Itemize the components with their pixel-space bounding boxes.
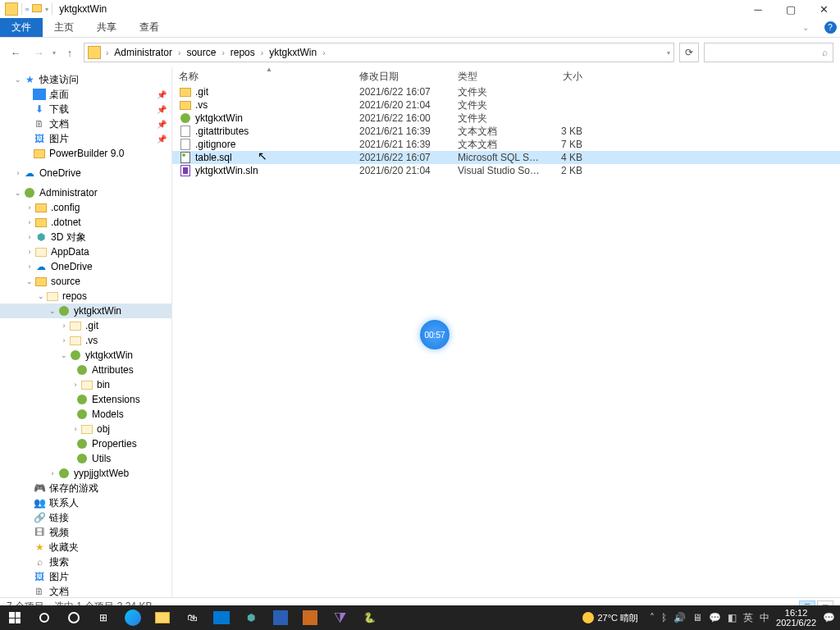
- crumb-admin[interactable]: Administrator: [112, 47, 175, 58]
- refresh-button[interactable]: ⟳: [679, 43, 699, 62]
- nav-3dobjects[interactable]: ›⬢3D 对象: [0, 230, 171, 244]
- tray-ime-mic[interactable]: 英: [743, 611, 753, 625]
- file-row[interactable]: yktgkxtWin.sln2021/6/20 21:04Visual Stud…: [172, 164, 840, 177]
- nav-yktgkxtwin2[interactable]: ⌄yktgkxtWin: [0, 348, 171, 363]
- titlebar: ▫ ▾ yktgkxtWin ─ ▢ ✕: [0, 0, 840, 18]
- tray-app-icon[interactable]: ◧: [728, 612, 737, 623]
- nav-yypjjglxt[interactable]: ›yypjjglxtWeb: [0, 466, 171, 481]
- tray-wechat-icon[interactable]: 💬: [709, 612, 721, 623]
- nav-documents[interactable]: 🗎文档📌: [0, 116, 171, 131]
- ribbon-expand[interactable]: ⌄: [791, 18, 820, 37]
- taskbar-search[interactable]: [30, 605, 59, 630]
- maximize-button[interactable]: ▢: [774, 0, 807, 18]
- nav-vs[interactable]: ›.vs: [0, 333, 171, 348]
- close-button[interactable]: ✕: [807, 0, 840, 18]
- nav-models[interactable]: Models: [0, 407, 171, 422]
- tray-weather[interactable]: 27°C 晴朗: [582, 612, 638, 624]
- nav-repos[interactable]: ⌄repos: [0, 289, 171, 304]
- file-name: .vs: [195, 99, 359, 111]
- taskbar-python[interactable]: 🐍: [354, 605, 384, 630]
- nav-utils[interactable]: Utils: [0, 451, 171, 466]
- nav-properties[interactable]: Properties: [0, 436, 171, 451]
- folder-app-icon: [5, 2, 18, 16]
- nav-onedrive[interactable]: ›☁OneDrive: [0, 166, 171, 180]
- nav-quickaccess[interactable]: ⌄★快速访问: [0, 72, 171, 87]
- crumb-yktgkxtwin[interactable]: yktgkxtWin: [267, 47, 319, 58]
- file-name: yktgkxtWin.sln: [195, 165, 359, 176]
- nav-config[interactable]: ›.config: [0, 200, 171, 215]
- nav-downloads[interactable]: ⬇下载📌: [0, 102, 171, 116]
- navigation-pane[interactable]: ⌄★快速访问 桌面📌 ⬇下载📌 🗎文档📌 🖼图片📌 PowerBuilder 9…: [0, 67, 172, 597]
- nav-bin[interactable]: ›bin: [0, 377, 171, 392]
- taskbar-powerdesigner[interactable]: [266, 605, 295, 630]
- nav-up[interactable]: ↑: [61, 43, 79, 62]
- nav-searches[interactable]: ⌕搜索: [0, 555, 171, 569]
- nav-extensions[interactable]: Extensions: [0, 392, 171, 407]
- taskbar-explorer[interactable]: [148, 605, 177, 630]
- breadcrumb[interactable]: › Administrator› source› repos› yktgkxtW…: [84, 43, 674, 62]
- tray-chevron-up-icon[interactable]: ˄: [650, 612, 655, 623]
- nav-source[interactable]: ⌄source: [0, 274, 171, 289]
- search-icon: ⌕: [822, 47, 828, 58]
- file-row[interactable]: .git2021/6/22 16:07文件夹: [172, 85, 840, 98]
- nav-appdata[interactable]: ›AppData: [0, 244, 171, 259]
- nav-powerbuilder[interactable]: PowerBuilder 9.0: [0, 146, 171, 161]
- nav-back[interactable]: ←: [7, 43, 25, 62]
- tray-network-icon[interactable]: 🖥: [692, 612, 702, 623]
- tray-clock[interactable]: 16:12 2021/6/22: [776, 608, 816, 628]
- file-row[interactable]: .gitignore2021/6/21 16:39文本文档7 KB: [172, 138, 840, 151]
- nav-pictures2[interactable]: 🖼图片: [0, 569, 171, 584]
- nav-videos[interactable]: 🎞视频: [0, 525, 171, 540]
- nav-savedgames[interactable]: 🎮保存的游戏: [0, 481, 171, 495]
- tab-view[interactable]: 查看: [128, 18, 171, 37]
- tray-ime[interactable]: 中: [760, 611, 769, 625]
- taskbar-mail[interactable]: [207, 605, 236, 630]
- breadcrumb-dropdown[interactable]: ▾: [667, 49, 670, 57]
- tab-home[interactable]: 主页: [43, 18, 85, 37]
- nav-favorites[interactable]: ★收藏夹: [0, 540, 171, 555]
- file-row[interactable]: .gitattributes2021/6/21 16:39文本文档3 KB: [172, 125, 840, 138]
- help-button[interactable]: ?: [820, 18, 840, 37]
- crumb-source[interactable]: source: [184, 47, 218, 58]
- tray-volume-icon[interactable]: 🔊: [673, 612, 686, 623]
- taskbar-app1[interactable]: ⬢: [236, 605, 266, 630]
- nav-desktop[interactable]: 桌面📌: [0, 87, 171, 102]
- column-name[interactable]: 名称▲: [179, 70, 359, 84]
- file-icon: [179, 113, 192, 123]
- column-date[interactable]: 修改日期: [359, 70, 458, 84]
- column-type[interactable]: 类型: [458, 70, 540, 84]
- file-row[interactable]: table.sql2021/6/22 16:07Microsoft SQL Se…: [172, 151, 840, 164]
- tab-file[interactable]: 文件: [0, 18, 43, 37]
- taskbar-visualstudio[interactable]: ⧩: [325, 605, 354, 630]
- nav-pictures[interactable]: 🖼图片📌: [0, 131, 171, 146]
- qat-folder-icon[interactable]: [32, 3, 42, 15]
- nav-dotnet[interactable]: ›.dotnet: [0, 215, 171, 230]
- taskbar-edge[interactable]: [118, 605, 148, 630]
- tray-notifications-icon[interactable]: 💬: [823, 612, 835, 623]
- taskbar-cortana[interactable]: [59, 605, 89, 630]
- nav-documents2[interactable]: 🗎文档: [0, 584, 171, 597]
- taskbar-virtualbox[interactable]: [295, 605, 325, 630]
- nav-attributes[interactable]: Attributes: [0, 363, 171, 377]
- start-button[interactable]: [0, 605, 30, 630]
- nav-onedrive2[interactable]: ›☁OneDrive: [0, 259, 171, 274]
- nav-git[interactable]: ›.git: [0, 318, 171, 333]
- column-size[interactable]: 大小: [540, 70, 589, 84]
- nav-obj[interactable]: ›obj: [0, 422, 171, 436]
- file-row[interactable]: yktgkxtWin2021/6/22 16:00文件夹: [172, 112, 840, 125]
- crumb-repos[interactable]: repos: [228, 47, 258, 58]
- nav-yktgkxtwin-current[interactable]: ⌄yktgkxtWin: [0, 304, 171, 318]
- minimize-button[interactable]: ─: [742, 0, 774, 18]
- nav-links[interactable]: 🔗链接: [0, 510, 171, 525]
- search-input[interactable]: ⌕: [704, 43, 833, 62]
- nav-forward[interactable]: →: [30, 43, 48, 62]
- nav-history-dropdown[interactable]: ▾: [52, 49, 56, 57]
- nav-administrator[interactable]: ⌄Administrator: [0, 185, 171, 200]
- tray-bluetooth-icon[interactable]: ᛒ: [661, 612, 667, 623]
- tab-share[interactable]: 共享: [85, 18, 128, 37]
- file-row[interactable]: .vs2021/6/20 21:04文件夹: [172, 98, 840, 112]
- taskbar-store[interactable]: 🛍: [177, 605, 207, 630]
- nav-contacts[interactable]: 👥联系人: [0, 495, 171, 510]
- qat-doc-icon[interactable]: ▫: [25, 3, 29, 15]
- taskbar-taskview[interactable]: ⊞: [89, 605, 118, 630]
